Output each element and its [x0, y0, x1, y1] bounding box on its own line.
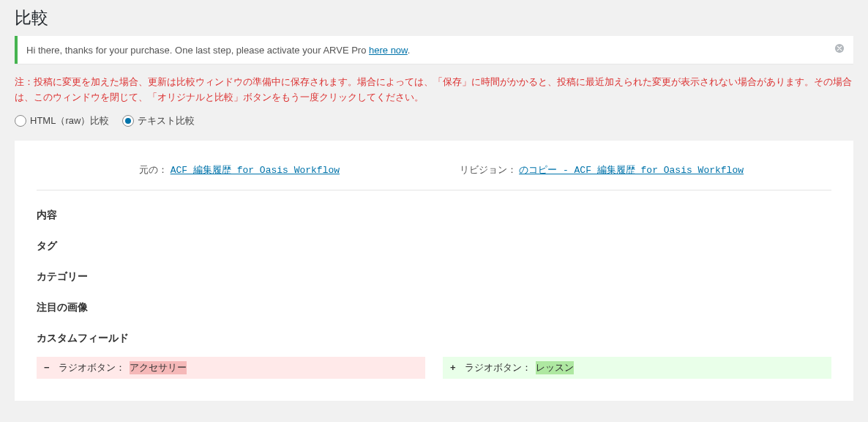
notice-suffix: .	[408, 45, 411, 56]
radio-html-raw-label: HTML（raw）比較	[30, 114, 109, 127]
compare-mode-radios: HTML（raw）比較 テキスト比較	[15, 114, 853, 127]
section-category: カテゴリー	[37, 270, 831, 284]
warning-text: 注：投稿に変更を加えた場合、更新は比較ウィンドウの準備中に保存されます。場合によ…	[15, 75, 853, 106]
diff-del-value: アクセサリー	[130, 361, 187, 374]
original-label: 元の：	[139, 164, 168, 175]
radio-html-raw[interactable]: HTML（raw）比較	[15, 114, 109, 127]
revision-side: リビジョン： のコピー - ACF 編集履歴 for Oasis Workflo…	[460, 163, 744, 177]
section-custom-fields: カスタムフィールド	[37, 332, 831, 345]
diff-add-value: レッスン	[536, 361, 574, 374]
diff-del-label: ラジオボタン：	[59, 361, 125, 374]
activation-notice: Hi there, thanks for your purchase. One …	[15, 36, 853, 64]
diff-deleted-line: − ラジオボタン：アクセサリー	[37, 357, 425, 379]
diff-grid: − ラジオボタン：アクセサリー + ラジオボタン：レッスン	[37, 357, 831, 379]
plus-icon: +	[450, 362, 460, 373]
radio-icon	[15, 115, 26, 127]
minus-icon: −	[44, 362, 54, 373]
radio-text-compare-label: テキスト比較	[138, 114, 195, 127]
revision-label: リビジョン：	[460, 164, 517, 175]
radio-icon	[122, 115, 134, 127]
diff-add-label: ラジオボタン：	[465, 361, 531, 374]
compare-panel: 元の： ACF 編集履歴 for Oasis Workflow リビジョン： の…	[15, 141, 853, 401]
compare-header: 元の： ACF 編集履歴 for Oasis Workflow リビジョン： の…	[37, 159, 831, 190]
diff-added-line: + ラジオボタン：レッスン	[443, 357, 831, 379]
section-content: 内容	[37, 209, 831, 222]
notice-prefix: Hi there, thanks for your purchase. One …	[26, 45, 369, 56]
radio-text-compare[interactable]: テキスト比較	[122, 114, 195, 127]
page-title: 比較	[15, 0, 853, 32]
notice-link[interactable]: here now	[369, 45, 408, 56]
revision-link[interactable]: のコピー - ACF 編集履歴 for Oasis Workflow	[519, 165, 744, 176]
section-tags: タグ	[37, 240, 831, 253]
section-featured: 注目の画像	[37, 301, 831, 314]
notice-text: Hi there, thanks for your purchase. One …	[26, 45, 410, 56]
close-icon[interactable]	[834, 43, 845, 56]
original-link[interactable]: ACF 編集履歴 for Oasis Workflow	[171, 165, 340, 176]
original-side: 元の： ACF 編集履歴 for Oasis Workflow	[139, 163, 340, 177]
